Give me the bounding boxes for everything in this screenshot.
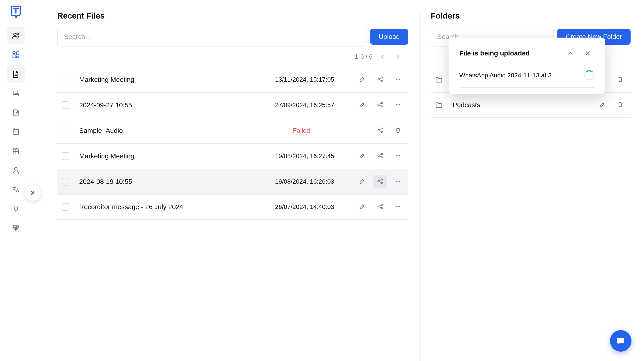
edit-button[interactable] (356, 175, 369, 188)
edit-button[interactable] (356, 73, 369, 86)
edit-icon (599, 101, 606, 109)
page-next-button[interactable] (393, 51, 404, 62)
svg-point-14 (399, 79, 400, 80)
nav-chat[interactable] (7, 84, 24, 102)
files-search-input[interactable] (57, 27, 366, 46)
toast-close-button[interactable] (581, 46, 594, 60)
svg-point-13 (398, 79, 399, 80)
nav-premium[interactable] (7, 219, 24, 237)
folder-name: Podcasts (452, 101, 591, 109)
delete-button[interactable] (391, 124, 405, 137)
file-name: Recorditor message - 26 July 2024 (79, 203, 270, 211)
file-row[interactable]: Recorditor message - 26 July 202426/07/2… (57, 194, 408, 220)
nav-profile[interactable] (7, 162, 24, 179)
svg-point-20 (399, 104, 400, 105)
svg-point-28 (398, 155, 399, 156)
svg-rect-3 (16, 52, 19, 55)
more-button[interactable] (391, 150, 405, 163)
more-icon (395, 101, 402, 109)
file-checkbox[interactable] (62, 101, 69, 109)
nav-integrations[interactable] (7, 200, 24, 218)
svg-point-33 (396, 181, 397, 182)
folders-panel: Folders Create New Folder RecordingsPodc… (420, 11, 630, 361)
svg-point-29 (399, 155, 400, 156)
share-button[interactable] (374, 150, 387, 163)
file-row[interactable]: Marketing Meeting13/11/2024, 15:17:05 (57, 67, 408, 92)
file-row[interactable]: Sample_AudioFailed (57, 118, 408, 143)
toast-title: File is being uploaded (459, 50, 530, 57)
edit-icon (359, 76, 366, 84)
more-icon (395, 152, 402, 160)
file-row[interactable]: Marketing Meeting19/08/2024, 16:27:45 (57, 143, 408, 169)
nav-notes[interactable] (7, 104, 24, 121)
file-checkbox[interactable] (62, 203, 69, 211)
edit-button[interactable] (356, 200, 369, 214)
file-date: 27/09/2024, 16:25:57 (275, 102, 351, 109)
file-status: Failed (293, 127, 369, 134)
nav-translate[interactable] (7, 181, 24, 198)
folder-row[interactable]: Podcasts (431, 92, 630, 118)
file-checkbox[interactable] (62, 178, 69, 186)
svg-point-0 (14, 33, 16, 36)
nav-contacts[interactable] (7, 27, 24, 44)
folder-delete-button[interactable] (614, 98, 627, 112)
upload-spinner-icon (584, 70, 594, 80)
nav-files[interactable] (7, 65, 24, 83)
files-panel: Recent Files Upload 1-6 / 6 Marketing Me… (57, 11, 420, 361)
more-button[interactable] (391, 175, 405, 188)
share-button[interactable] (374, 98, 387, 112)
edit-icon (359, 203, 366, 211)
sidebar (0, 0, 32, 361)
folder-edit-button[interactable] (596, 98, 609, 112)
share-icon (377, 178, 384, 186)
nav-gift[interactable] (7, 142, 24, 160)
logo (10, 4, 22, 20)
svg-point-35 (399, 181, 400, 182)
share-icon (377, 76, 384, 84)
file-checkbox[interactable] (62, 127, 69, 134)
toast-upload-item: WhatsApp Audio 2024-11-13 at 3… (459, 66, 594, 88)
file-name: Marketing Meeting (79, 152, 270, 160)
folder-icon (435, 76, 443, 84)
svg-point-39 (396, 206, 397, 207)
nav-calendar[interactable] (7, 123, 24, 140)
more-button[interactable] (391, 200, 405, 214)
svg-point-27 (396, 155, 397, 156)
edit-button[interactable] (356, 98, 369, 112)
svg-rect-4 (13, 55, 16, 58)
more-button[interactable] (391, 98, 405, 112)
share-icon (377, 127, 384, 134)
upload-button[interactable]: Upload (370, 29, 408, 45)
sidebar-expand-button[interactable] (24, 185, 41, 201)
page-info: 1-6 / 6 (355, 53, 372, 60)
file-row[interactable]: 2024-08-19 10:5519/08/2024, 16:26:03 (57, 169, 408, 194)
toast-collapse-button[interactable] (564, 46, 577, 60)
share-button[interactable] (374, 73, 387, 86)
share-button[interactable] (374, 175, 387, 188)
share-icon (377, 203, 384, 211)
edit-icon (359, 152, 366, 160)
file-name: Marketing Meeting (79, 76, 270, 84)
nav-dashboard[interactable] (7, 46, 24, 64)
svg-point-40 (398, 206, 399, 207)
more-button[interactable] (391, 73, 405, 86)
chat-fab-button[interactable] (610, 330, 632, 352)
share-icon (377, 101, 384, 109)
file-row[interactable]: 2024-09-27 10:5527/09/2024, 16:25:57 (57, 92, 408, 118)
share-icon (377, 152, 384, 160)
file-checkbox[interactable] (62, 76, 69, 84)
files-title: Recent Files (57, 11, 408, 20)
share-button[interactable] (374, 200, 387, 214)
share-button[interactable] (374, 124, 387, 137)
edit-button[interactable] (356, 150, 369, 163)
file-date: 19/08/2024, 16:26:03 (275, 178, 351, 185)
svg-point-8 (14, 168, 17, 170)
toast-file-name: WhatsApp Audio 2024-11-13 at 3… (459, 72, 558, 79)
folder-delete-button[interactable] (614, 73, 627, 86)
file-checkbox[interactable] (62, 152, 69, 160)
more-icon (395, 178, 402, 186)
file-name: 2024-08-19 10:55 (79, 178, 270, 186)
svg-point-41 (399, 206, 400, 207)
page-prev-button[interactable] (377, 51, 388, 62)
more-icon (395, 76, 402, 84)
